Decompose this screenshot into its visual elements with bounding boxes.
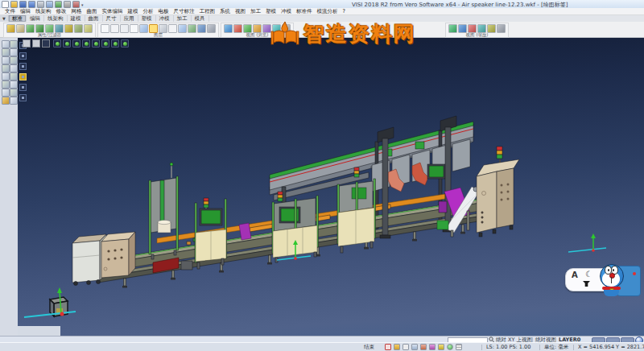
ribbon-icon[interactable]	[6, 24, 15, 33]
menu-item[interactable]: ?	[341, 8, 348, 15]
tool-icon[interactable]	[10, 48, 18, 56]
menu-item[interactable]: 编辑	[18, 8, 33, 15]
ribbon-icon[interactable]	[26, 24, 35, 33]
left-tool-panel	[0, 38, 19, 336]
tool-icon[interactable]	[10, 89, 18, 97]
toolbar-tab[interactable]: 模具	[192, 15, 209, 22]
menu-item[interactable]: 线架构	[33, 8, 54, 15]
menu-item[interactable]: 曲面	[85, 8, 100, 15]
cad-speaker-box	[101, 232, 135, 278]
ribbon-icon[interactable]	[233, 24, 242, 33]
cad-bucket	[158, 220, 171, 233]
doraemon-tile-dot	[633, 272, 636, 275]
tool-icon[interactable]	[2, 56, 10, 64]
tab-list: 编辑线架构建模曲面尺寸应用塑模冲模加工模具	[27, 15, 209, 22]
scale-readout: LS: 1.00 PS: 1.00	[486, 345, 530, 350]
toolbar-tab[interactable]: 曲面	[85, 15, 103, 22]
ribbon-icon[interactable]	[110, 24, 119, 33]
menu-item[interactable]: 建模	[126, 8, 141, 15]
ribbon-icon[interactable]	[139, 24, 148, 33]
menu-item[interactable]: 文件	[2, 8, 18, 15]
units-readout: 单位: 毫米	[544, 345, 568, 350]
ribbon-icon[interactable]	[272, 24, 281, 33]
tool-icon[interactable]	[10, 64, 18, 72]
clock-icon[interactable]	[447, 344, 453, 350]
cad-viewport[interactable]: A ☾	[18, 38, 644, 336]
toolbar-tab[interactable]: 线架构	[44, 15, 68, 22]
menu-item[interactable]: 修改	[54, 8, 69, 15]
tool-icon[interactable]	[10, 56, 18, 64]
menu-item[interactable]: 分析	[141, 8, 156, 15]
toolbar-tab[interactable]: 应用	[121, 15, 138, 22]
tool-icon[interactable]	[2, 64, 10, 72]
moon-icon[interactable]: ☾	[585, 270, 592, 279]
ribbon-group-layers: 图层	[97, 23, 219, 38]
ribbon-icon[interactable]	[101, 24, 109, 33]
ribbon-icon[interactable]	[64, 24, 73, 33]
tool-icon[interactable]	[10, 72, 18, 81]
ribbon-icon[interactable]	[224, 24, 233, 33]
ribbon-icon[interactable]	[16, 24, 25, 33]
tool-icon[interactable]	[2, 89, 10, 97]
menu-item[interactable]: 实体编辑	[100, 8, 126, 15]
coordinates-readout: X = 5416.954 Y = 2821.732 Z = 0000.000	[578, 345, 644, 350]
snap-toggle-icon[interactable]	[385, 344, 391, 350]
ribbon-group-view-browse: 视图 (浏览)	[221, 23, 294, 38]
ribbon-icon[interactable]	[282, 24, 291, 33]
ribbon-icon[interactable]	[448, 24, 457, 33]
menu-item[interactable]: 尺寸标注	[171, 8, 197, 15]
menu-item[interactable]: 加工	[248, 8, 263, 15]
ribbon-icon[interactable]	[178, 24, 187, 33]
menu-item[interactable]: 标准件	[294, 8, 315, 15]
tool-icon[interactable]	[2, 48, 10, 56]
visi-app-window: ▾ VISI 2018 R2 from Vero Software x64 - …	[0, 0, 644, 351]
menu-item[interactable]: 模流分析	[315, 8, 341, 15]
ribbon-group-properties: 属性/过滤器	[3, 23, 96, 38]
workspace: A ☾	[0, 38, 644, 336]
tool-icon[interactable]	[2, 72, 10, 81]
toolbar-tab[interactable]: 编辑	[27, 15, 44, 22]
menu-item[interactable]: 工程图	[197, 8, 218, 15]
user-icon[interactable]	[411, 344, 418, 350]
ribbon-icon[interactable]	[130, 24, 138, 33]
tabstrip-dropdown-icon[interactable]: ▼	[0, 15, 9, 22]
tool-icon[interactable]	[10, 97, 18, 105]
toolbar-tab[interactable]: 加工	[174, 15, 192, 22]
pencil-icon[interactable]	[402, 344, 409, 350]
ribbon-icon[interactable]	[120, 24, 129, 33]
menu-item[interactable]: 塑模	[263, 8, 279, 15]
cad-control-cabinet	[477, 147, 519, 237]
qat-caret-icon[interactable]: ▾	[81, 2, 84, 7]
marker-icon[interactable]	[429, 344, 436, 350]
menu-item[interactable]: 电极	[156, 8, 171, 15]
ribbon-icon[interactable]	[497, 24, 506, 33]
toolbar-tab[interactable]: 冲模	[156, 15, 174, 22]
tool-icon[interactable]	[10, 40, 18, 48]
tool-icon[interactable]	[10, 81, 18, 89]
menu-item[interactable]: 视图	[233, 8, 248, 15]
tool-icon[interactable]	[2, 81, 10, 89]
ribbon-icon[interactable]	[207, 24, 216, 33]
grid-toggle-icon[interactable]	[394, 344, 400, 350]
tool-icon[interactable]	[2, 97, 10, 105]
tab-standard[interactable]: 标准	[9, 15, 27, 22]
toolbar-tab[interactable]: 建模	[68, 15, 85, 22]
menu-item[interactable]: 冲模	[279, 8, 294, 15]
ime-mode-letter[interactable]: A	[572, 270, 578, 279]
truck-icon[interactable]	[420, 344, 427, 350]
ruler-icon[interactable]	[438, 344, 444, 350]
toolbar-tab[interactable]: 塑模	[138, 15, 156, 22]
menu-item[interactable]: 网格	[69, 8, 85, 15]
tool-icon[interactable]	[2, 40, 10, 48]
doraemon-widget[interactable]: A ☾	[564, 262, 641, 301]
cad-model-assembly-line	[18, 38, 644, 336]
toolbar-tab[interactable]: 尺寸	[103, 15, 121, 22]
ribbon-icon[interactable]	[197, 24, 206, 33]
menu-item[interactable]: 系统	[217, 8, 233, 15]
ribbon-icon[interactable]	[74, 24, 83, 33]
ribbon-icon[interactable]	[84, 24, 93, 33]
ribbon-icon[interactable]	[188, 24, 196, 33]
grid-plane-icon[interactable]	[456, 344, 462, 350]
ribbon-toolbar: 属性/过滤器 图层	[0, 22, 644, 38]
ribbon-icon[interactable]	[168, 24, 177, 33]
